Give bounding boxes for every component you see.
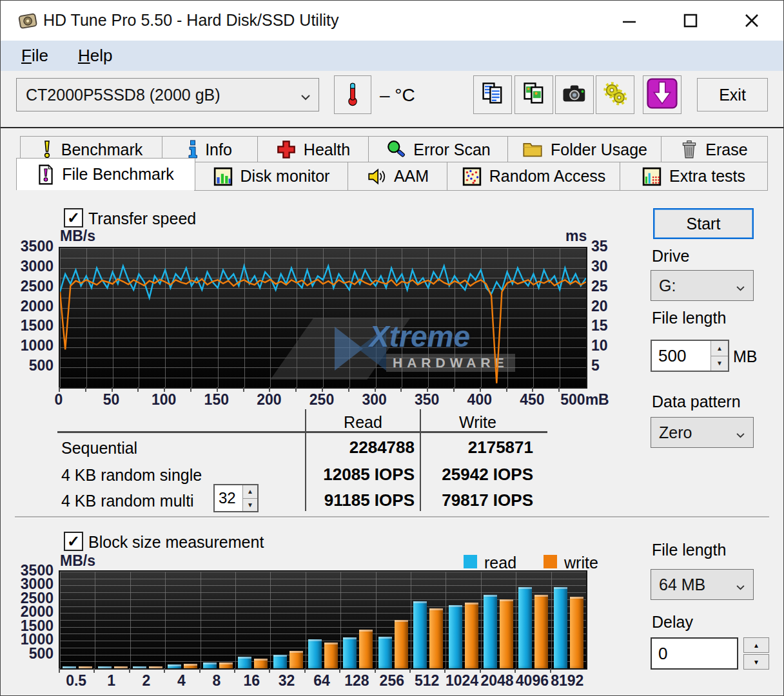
bar-write-4096: [534, 595, 548, 668]
tab-label: Benchmark: [61, 140, 142, 159]
delay-up-button[interactable]: ▲: [743, 637, 769, 653]
axis-tick-label: 2500: [12, 278, 54, 295]
delay-input[interactable]: 0: [651, 637, 738, 670]
bar-write-4: [184, 664, 197, 668]
bar-write-8: [219, 662, 233, 668]
axis-tick-label: 200: [240, 391, 298, 409]
axis-tick-label: 35: [591, 238, 626, 255]
top-chart-ylabel: MB/s: [60, 227, 95, 245]
toolbar: CT2000P5SSD8 (2000 gB) – °C: [1, 71, 783, 128]
tab-erase[interactable]: Erase: [661, 136, 768, 163]
axis-tick-label: 1000: [12, 337, 54, 354]
options-button[interactable]: [596, 75, 634, 114]
toolbar-separator: [1, 127, 783, 128]
info-icon: [188, 140, 197, 159]
tab-folder-usage[interactable]: Folder Usage: [507, 136, 662, 163]
file-length2-value: 64 MB: [659, 575, 705, 594]
chevron-down-icon: [736, 276, 745, 295]
save-results-button[interactable]: [643, 75, 681, 114]
transfer-speed-chart: Xtreme HARDWARE: [59, 247, 587, 389]
temperature-button[interactable]: [334, 75, 371, 114]
bar-chart-icon: [213, 167, 233, 186]
tab-label: AAM: [394, 167, 429, 186]
queue-depth-value: 32: [215, 489, 242, 507]
row-write-value: 79817 IOPS: [427, 490, 533, 510]
axis-tick-label: 1500: [12, 317, 54, 334]
copy-image-button[interactable]: [514, 75, 553, 114]
axis-tick-label: 50: [83, 391, 141, 409]
file-exclamation-icon: [37, 164, 54, 185]
bar-read-4096: [518, 587, 532, 668]
copy-text-button[interactable]: [473, 75, 512, 114]
stepper-up-icon[interactable]: ▲: [711, 341, 728, 356]
stepper-up-icon[interactable]: ▲: [243, 485, 257, 499]
row-label: 4 KB random single: [61, 466, 202, 485]
drive-select[interactable]: G:: [651, 270, 754, 301]
tab-label: Error Scan: [413, 140, 490, 159]
top-chart-y2label: ms: [565, 227, 587, 245]
bar-read-32: [273, 655, 287, 668]
tab-error-scan[interactable]: Error Scan: [368, 136, 509, 163]
close-button[interactable]: [731, 6, 772, 35]
tab-extra-tests[interactable]: Extra tests: [620, 162, 768, 191]
section-divider: [15, 516, 769, 518]
device-select-value: CT2000P5SSD8 (2000 gB): [26, 86, 220, 104]
exit-button[interactable]: Exit: [697, 78, 768, 111]
start-button[interactable]: Start: [653, 208, 754, 239]
file-length-value: 500: [652, 346, 710, 366]
file-length2-label: File length: [652, 541, 726, 559]
delay-down-button[interactable]: ▼: [743, 654, 769, 670]
screenshot-button[interactable]: [555, 75, 594, 114]
stepper-down-icon[interactable]: ▼: [243, 499, 257, 512]
maximize-button[interactable]: [670, 6, 711, 35]
tab-label: Erase: [705, 140, 747, 159]
bar-read-2048: [484, 595, 497, 668]
queue-depth-stepper[interactable]: 32 ▲▼: [213, 484, 259, 512]
file-length2-select[interactable]: 64 MB: [651, 569, 754, 600]
magnifier-icon: [386, 140, 406, 159]
axis-tick-label: 450: [503, 391, 561, 409]
bar-write-1024: [465, 603, 478, 668]
row-read-value: 2284788: [311, 438, 415, 458]
axis-tick-label: 500: [12, 645, 54, 662]
data-pattern-label: Data pattern: [652, 392, 741, 411]
axis-tick-label: 350: [398, 391, 456, 409]
minimize-button[interactable]: [609, 6, 650, 35]
transfer-speed-checkbox[interactable]: ✓: [64, 208, 83, 227]
bar-read-128: [343, 637, 357, 668]
menu-help[interactable]: Help: [69, 46, 121, 66]
temperature-readout: – °C: [380, 85, 415, 106]
stepper-down-icon[interactable]: ▼: [711, 356, 728, 371]
tab-aam[interactable]: AAM: [348, 162, 448, 191]
file-length-label: File length: [652, 309, 726, 327]
bar-write-8192: [570, 597, 583, 668]
tab-health[interactable]: Health: [257, 136, 369, 163]
bar-read-64: [308, 639, 322, 668]
menu-file[interactable]: File: [12, 46, 57, 66]
exit-button-label: Exit: [719, 86, 746, 104]
scatter-dots-icon: [462, 167, 482, 186]
axis-tick-label: 20: [591, 298, 626, 315]
copy-image-icon: [522, 82, 545, 108]
data-pattern-select[interactable]: Zero: [651, 417, 754, 448]
row-write-value: 25942 IOPS: [427, 465, 533, 485]
table-divider: [420, 409, 421, 511]
axis-tick-label: 500: [12, 357, 54, 374]
row-read-value: 91185 IOPS: [311, 490, 415, 510]
tab-disk-monitor[interactable]: Disk monitor: [194, 162, 349, 191]
data-pattern-value: Zero: [659, 423, 692, 442]
axis-tick-label: 0: [30, 391, 88, 409]
transfer-speed-label: Transfer speed: [88, 209, 196, 228]
tab-file-benchmark[interactable]: File Benchmark: [16, 158, 195, 190]
block-size-checkbox[interactable]: ✓: [64, 532, 83, 551]
device-select[interactable]: CT2000P5SSD8 (2000 gB): [16, 78, 319, 111]
bar-read-8: [203, 662, 217, 668]
drive-select-value: G:: [659, 276, 676, 295]
axis-tick-label: 10: [591, 337, 626, 354]
file-length-stepper[interactable]: 500 ▲▼: [651, 340, 729, 372]
block-size-label: Block size measurement: [88, 533, 264, 552]
bottom-chart-ylabel: MB/s: [60, 552, 95, 570]
tab-label: Extra tests: [669, 167, 745, 186]
tab-random-access[interactable]: Random Access: [447, 162, 621, 191]
speaker-icon: [367, 168, 386, 186]
